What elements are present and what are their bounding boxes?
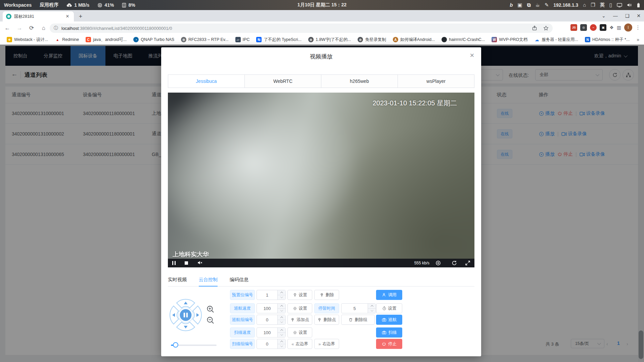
bookmark-zhihu[interactable]: 知了不起的 TypeScri... [253, 37, 305, 43]
bookmark-github[interactable]: hairrrrr/C-CrashC... [438, 37, 488, 42]
profile-avatar[interactable]: I [624, 23, 632, 32]
scan-start-button[interactable]: 扫描 [376, 327, 402, 338]
tool-tray-icon[interactable]: ✎ [545, 0, 549, 10]
tablet-tray-icon[interactable]: ▯ [609, 0, 612, 10]
tab-live-video[interactable]: 实时视频 [168, 273, 187, 287]
bookmark-star-icon[interactable] [543, 25, 549, 31]
window-close-button[interactable]: ✕ [637, 13, 641, 18]
browser-tab-active[interactable]: 国标28181 ✕ [3, 11, 74, 21]
ptz-left-button[interactable] [170, 306, 179, 324]
input-method-indicator[interactable]: 英 [600, 2, 605, 8]
tab-search-chevron-icon[interactable]: ⌄ [602, 13, 606, 18]
tab-wsplayer[interactable]: wsPlayer [398, 75, 474, 88]
workspaces-button[interactable]: Workspaces [0, 0, 36, 10]
extension-badge-square[interactable]: ▣ [600, 24, 606, 31]
bookmark-qnap[interactable]: ◔QNAP Turbo NAS [130, 37, 178, 42]
stepper-up-icon[interactable] [278, 339, 285, 344]
preset-number-input[interactable]: 1 [257, 290, 286, 300]
ptz-up-button[interactable] [177, 299, 195, 308]
number-stepper[interactable] [277, 339, 285, 349]
system-clock[interactable]: 1月10日 星期二 15：22 [297, 2, 347, 8]
delete-point-button[interactable]: 删除点 [314, 315, 339, 325]
number-stepper[interactable] [277, 328, 285, 337]
preset-delete-button[interactable]: 删除 [314, 290, 339, 300]
bookmark-article1[interactable]: ⊚1.8W字|了不起的... [305, 37, 354, 43]
tab-webrtc[interactable]: WebRTC [245, 75, 321, 88]
display-icon[interactable] [617, 3, 622, 7]
number-stepper[interactable] [277, 304, 285, 313]
stepper-up-icon[interactable] [278, 328, 285, 333]
side-panel-icon[interactable]: ▥ [617, 25, 621, 30]
volume-muted-icon[interactable] [197, 260, 203, 265]
volume-icon[interactable] [627, 3, 632, 7]
dialog-close-icon[interactable]: ✕ [470, 52, 474, 59]
stop-icon[interactable] [185, 261, 188, 265]
site-info-icon[interactable]: ⓘ [54, 25, 58, 31]
cruise-speed-set-button[interactable]: 设置 [287, 303, 312, 313]
stepper-up-icon[interactable] [278, 315, 285, 320]
stepper-down-icon[interactable] [278, 333, 285, 338]
number-stepper[interactable] [277, 315, 285, 324]
delete-group-button[interactable]: 删除组 [341, 315, 375, 325]
stepper-down-icon[interactable] [368, 309, 376, 313]
cruise-speed-input[interactable]: 100 [257, 303, 286, 313]
bookmark-ipc-folder[interactable]: ▱IPC [232, 37, 253, 42]
cruise-start-button[interactable]: 巡航 [376, 315, 402, 325]
preset-call-button[interactable]: 调用 [376, 290, 402, 300]
clipboard-tray-icon[interactable]: ⧉ [527, 0, 531, 10]
reload-button[interactable]: ⟳ [27, 23, 36, 33]
applications-menu[interactable]: 应用程序 [36, 0, 62, 10]
extension-adblock-badge[interactable]: – [590, 24, 597, 31]
zoom-out-button[interactable] [206, 316, 215, 324]
bookmark-csdn[interactable]: Cjava、android可... [82, 37, 130, 43]
stepper-down-icon[interactable] [278, 295, 285, 300]
bookmarks-overflow-icon[interactable]: » [637, 37, 639, 42]
caffeine-tray-icon[interactable]: ☕ [535, 0, 540, 10]
home-button[interactable]: ⌂ [39, 23, 48, 33]
home-tray-icon[interactable]: ⌂ [583, 0, 586, 10]
add-point-button[interactable]: 添加点 [287, 315, 312, 325]
bookmark-webstack[interactable]: ❖Webstack - 设计... [3, 37, 51, 43]
slider-handle[interactable] [173, 342, 178, 348]
reload-stream-icon[interactable] [452, 260, 457, 266]
back-button[interactable]: ← [3, 23, 12, 33]
tab-encoding-info[interactable]: 编码信息 [230, 273, 248, 287]
stepper-up-icon[interactable] [278, 290, 285, 295]
battery-icon[interactable] [637, 3, 640, 8]
share-icon[interactable] [532, 25, 537, 31]
bookmark-wvp-docs[interactable]: WWVP-PRO文档 [488, 37, 531, 43]
window-maximize-button[interactable]: ❑ [625, 13, 630, 18]
preset-set-button[interactable]: 设置 [287, 290, 312, 300]
ip-address-indicator[interactable]: 192.168.1.3 [553, 2, 578, 8]
zoom-in-button[interactable] [206, 305, 215, 313]
stay-time-set-button[interactable]: 设置 [376, 303, 402, 313]
left-boundary-button[interactable]: « 左边界 [287, 339, 312, 349]
bookmark-redmine[interactable]: ▲Redmine [51, 37, 82, 42]
stay-time-input[interactable]: 5 [341, 303, 376, 313]
new-tab-button[interactable]: + [77, 12, 85, 20]
bookmark-rfc2833[interactable]: ⊚RFC2833 – RTP Ev... [178, 37, 232, 42]
screenshot-tray-icon[interactable]: ▣ [517, 0, 522, 10]
extensions-puzzle-icon[interactable]: ❖ [609, 25, 614, 30]
scan-group-input[interactable]: 0 [257, 339, 286, 349]
right-boundary-button[interactable]: » 右边界 [314, 339, 339, 349]
stepper-down-icon[interactable] [278, 309, 285, 313]
window-minimize-button[interactable]: — [613, 13, 618, 18]
stepper-up-icon[interactable] [368, 304, 376, 309]
tab-jessibuca[interactable]: Jessibuca [168, 75, 245, 88]
tab-h265web[interactable]: h265web [321, 75, 398, 88]
bookmark-hdatmos[interactable]: NHDAtmos :: 种子 *... [582, 37, 633, 43]
snapshot-shutter-icon[interactable] [435, 260, 441, 266]
forward-button[interactable]: → [15, 23, 24, 33]
browser-menu-icon[interactable]: ⋮ [635, 24, 641, 31]
fullscreen-icon[interactable] [465, 260, 470, 266]
bing-tray-icon[interactable]: b [510, 0, 513, 10]
extension-badge-dark[interactable]: ◎ [580, 24, 587, 31]
ptz-stop-button[interactable]: 停止 [376, 339, 402, 349]
bookmark-android-build[interactable]: A如何编译Android... [389, 37, 439, 43]
tab-close-icon[interactable]: ✕ [64, 13, 71, 19]
bookmark-copy-tool[interactable]: ⊚免登录复制 [354, 37, 389, 43]
cruise-group-input[interactable]: 0 [257, 315, 286, 325]
address-bar[interactable]: ⓘ localhost:38080/#/channelList/34020000… [50, 23, 553, 33]
number-stepper[interactable] [368, 304, 376, 313]
